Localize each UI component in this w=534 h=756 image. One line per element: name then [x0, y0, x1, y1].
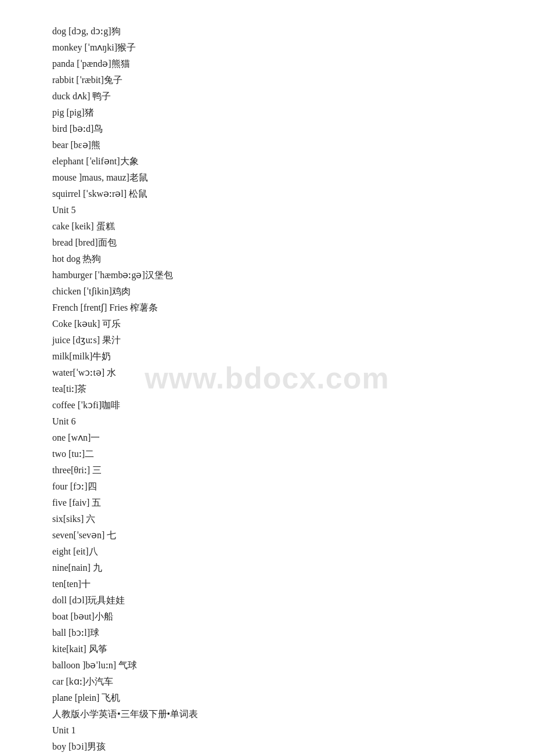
text-line: four [fɔː]四 — [52, 478, 499, 495]
text-line: 人教版小学英语•三年级下册•单词表 — [52, 706, 499, 722]
text-line: mouse ]maus, mauz]老鼠 — [52, 170, 499, 186]
text-line: cake [keik] 蛋糕 — [52, 218, 499, 235]
text-line: coffee [ˈkɔfi]咖啡 — [52, 397, 499, 413]
text-line: juice [dʒuːs] 果汁 — [52, 332, 499, 348]
text-line: tea[tiː]茶 — [52, 381, 499, 397]
text-line: balloon ]bəˈluːn] 气球 — [52, 657, 499, 674]
text-line: chicken [ˈtʃikin]鸡肉 — [52, 283, 499, 300]
text-line: car [kɑː]小汽车 — [52, 674, 499, 690]
text-line: pig [pig]猪 — [52, 105, 499, 121]
text-line: milk[milk]牛奶 — [52, 348, 499, 365]
text-line: monkey [ˈmʌŋki]猴子 — [52, 39, 499, 56]
text-line: bear [bεə]熊 — [52, 137, 499, 153]
text-line: six[siks] 六 — [52, 511, 499, 527]
text-line: Unit 5 — [52, 202, 499, 218]
text-line: panda [ˈpændə]熊猫 — [52, 56, 499, 72]
text-line: hot dog 热狗 — [52, 251, 499, 267]
text-line: Unit 6 — [52, 413, 499, 430]
text-line: bird [bəːd]鸟 — [52, 121, 499, 137]
text-line: rabbit [ˈræbit]兔子 — [52, 72, 499, 88]
text-line: plane [plein] 飞机 — [52, 690, 499, 706]
text-line: two [tuː]二 — [52, 446, 499, 462]
text-line: doll [dɔl]玩具娃娃 — [52, 592, 499, 609]
text-line: elephant [ˈelifənt]大象 — [52, 153, 499, 170]
text-line: hamburger [ˈhæmbəːgə]汉堡包 — [52, 267, 499, 283]
text-line: one [wʌn]一 — [52, 430, 499, 446]
text-line: bread [bred]面包 — [52, 235, 499, 251]
text-line: ten[ten]十 — [52, 576, 499, 592]
text-line: ball [bɔːl]球 — [52, 625, 499, 641]
content-area: dog [dɔg, dɔːg]狗monkey [ˈmʌŋki]猴子panda [… — [52, 23, 499, 755]
text-line: five [faiv] 五 — [52, 495, 499, 511]
text-line: squirrel [ˈskwəːrəl] 松鼠 — [52, 186, 499, 202]
text-line: eight [eit]八 — [52, 543, 499, 560]
text-line: boat [bəut]小船 — [52, 609, 499, 625]
text-line: boy [bɔi]男孩 — [52, 739, 499, 755]
text-line: kite[kait] 风筝 — [52, 641, 499, 657]
text-line: dog [dɔg, dɔːg]狗 — [52, 23, 499, 39]
text-line: French [frentʃ] Fries 榨薯条 — [52, 300, 499, 316]
text-line: water[ˈwɔːtə] 水 — [52, 365, 499, 381]
text-line: seven[ˈsevən] 七 — [52, 527, 499, 543]
text-line: nine[nain] 九 — [52, 560, 499, 576]
text-line: Coke [kəuk] 可乐 — [52, 316, 499, 332]
text-line: Unit 1 — [52, 722, 499, 739]
text-line: duck dʌk] 鸭子 — [52, 88, 499, 105]
text-line: three[θriː] 三 — [52, 462, 499, 478]
